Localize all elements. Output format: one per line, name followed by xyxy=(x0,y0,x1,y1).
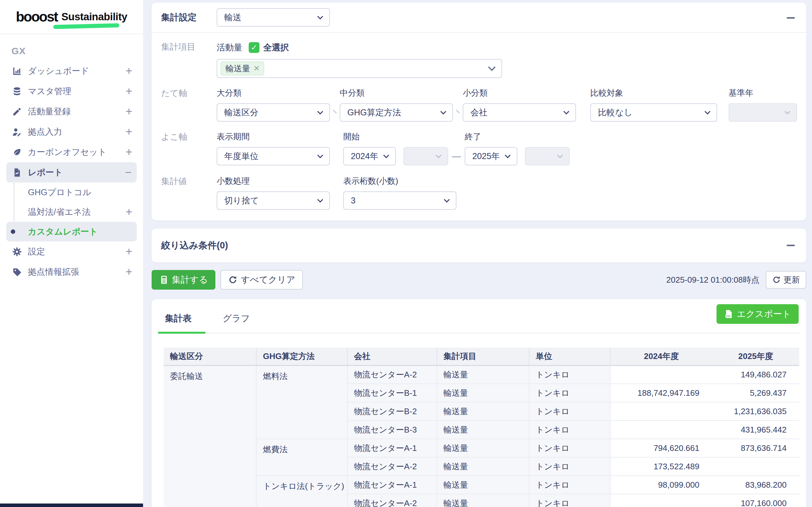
select-value: 輸送区分 xyxy=(224,107,258,118)
header-transport-category: 輸送区分 xyxy=(164,348,256,365)
active-tab-underline xyxy=(158,332,206,334)
sidebar-subitem-custom-report[interactable]: カスタムレポート xyxy=(6,222,137,241)
active-bullet-icon xyxy=(11,229,15,234)
collapse-panel-icon[interactable] xyxy=(786,241,796,250)
start-year-select[interactable]: 2024年 xyxy=(343,147,396,165)
header-fy2024: 2024年度 xyxy=(610,348,712,365)
digits-select[interactable]: 3 xyxy=(343,191,456,210)
logo-underline xyxy=(53,23,119,29)
sidebar-item-carbon-offset[interactable]: カーボンオフセット + xyxy=(0,142,143,162)
sidebar-item-site-input[interactable]: 拠点入力 + xyxy=(0,122,143,142)
expand-plus-icon[interactable]: + xyxy=(125,147,132,158)
user-edit-icon xyxy=(11,126,22,137)
refresh-button[interactable]: 更新 xyxy=(766,271,806,289)
sidebar-item-label: ダッシュボード xyxy=(28,65,125,77)
cell-aggregation-item: 輸送量 xyxy=(437,420,529,439)
middle-category-label: 中分類 xyxy=(340,88,453,99)
filter-conditions-panel: 絞り込み条件(0) xyxy=(152,228,806,262)
cell-fy2024-value: 188,742,947.169 xyxy=(610,384,712,402)
collapse-minus-icon[interactable]: − xyxy=(125,167,132,178)
cell-ghg-method: 燃費法 xyxy=(256,439,347,475)
expand-plus-icon[interactable]: + xyxy=(125,206,132,218)
sidebar-item-label: 活動量登録 xyxy=(28,106,125,117)
cell-company: 物流センターA-2 xyxy=(347,494,437,507)
cell-unit: トンキロ xyxy=(529,384,610,402)
rounding-select[interactable]: 切り捨て xyxy=(217,191,330,210)
header-ghg-method: GHG算定方法 xyxy=(256,348,347,365)
cell-fy2025-value: 107,160.000 xyxy=(712,494,799,507)
major-category-select[interactable]: 輸送区分 xyxy=(217,103,330,122)
cell-fy2024-value: 173,522.489 xyxy=(610,457,712,475)
expand-plus-icon[interactable]: + xyxy=(125,266,132,278)
select-all-checkbox[interactable]: ✓ xyxy=(249,42,259,53)
cell-company: 物流センターA-2 xyxy=(347,365,437,384)
aggregation-setting-select[interactable]: 輸送 xyxy=(217,8,330,26)
range-dash: — xyxy=(452,147,461,165)
select-value: 会社 xyxy=(470,107,488,118)
expand-plus-icon[interactable]: + xyxy=(125,65,132,77)
activity-items-multiselect[interactable]: 輸送量 ✕ xyxy=(217,59,502,78)
comparison-select[interactable]: 比較なし xyxy=(590,103,717,122)
expand-plus-icon[interactable]: + xyxy=(125,106,132,117)
start-label: 開始 xyxy=(343,131,396,142)
digits-label: 表示桁数(小数) xyxy=(343,176,456,187)
table-row: 燃費法 物流センターA-1 輸送量 トンキロ 794,620.661 873,6… xyxy=(164,439,799,457)
aggregation-settings-panel: 集計設定 輸送 集計項目 活動量 ✓ 全選択 輸送量 ✕ xyxy=(152,3,806,221)
sidebar-item-master[interactable]: マスタ管理 + xyxy=(0,81,143,101)
chevron-down-icon xyxy=(705,109,710,114)
sidebar-subitem-onta-law[interactable]: 温対法/省エネ法 + xyxy=(0,202,143,222)
chevron-down-icon xyxy=(488,63,496,71)
sidebar-item-settings[interactable]: 設定 + xyxy=(0,241,143,262)
minor-category-select[interactable]: 会社 xyxy=(463,103,576,122)
cell-ghg-method: トンキロ法(トラック) xyxy=(256,475,347,507)
chevron-down-icon xyxy=(317,153,323,158)
aggregate-button[interactable]: 集計する xyxy=(152,270,215,290)
chevron-down-icon xyxy=(505,153,510,158)
chevron-down-icon xyxy=(557,153,563,158)
tab-graph[interactable]: グラフ xyxy=(221,307,251,333)
select-value: 切り捨て xyxy=(224,195,259,206)
tab-summary-table[interactable]: 集計表 xyxy=(164,307,193,333)
export-button[interactable]: CSV エクスポート xyxy=(716,304,799,324)
cell-unit: トンキロ xyxy=(529,365,610,384)
sidebar-footer-bar xyxy=(0,504,143,507)
expand-plus-icon[interactable]: + xyxy=(125,86,132,97)
sidebar-subitem-ghg-protocol[interactable]: GHGプロトコル xyxy=(0,182,143,202)
sidebar-item-activity[interactable]: 活動量登録 + xyxy=(0,101,143,122)
chip-remove-icon[interactable]: ✕ xyxy=(253,64,260,73)
logo: booost Sustainability xyxy=(0,0,143,34)
sidebar-item-dashboard[interactable]: ダッシュボード + xyxy=(0,61,143,81)
sidebar-subitem-label: カスタムレポート xyxy=(28,226,132,237)
report-submenu: GHGプロトコル 温対法/省エネ法 + カスタムレポート xyxy=(0,182,143,241)
select-value: 年度単位 xyxy=(224,151,258,162)
refresh-icon xyxy=(772,275,781,284)
period-unit-select[interactable]: 年度単位 xyxy=(217,147,330,165)
sidebar-item-report[interactable]: レポート − xyxy=(6,162,137,182)
expand-plus-icon[interactable]: + xyxy=(125,246,132,257)
chevron-right-icon xyxy=(456,110,460,113)
collapse-panel-icon[interactable] xyxy=(786,13,796,22)
sidebar-item-label: マスタ管理 xyxy=(28,86,125,97)
cell-aggregation-item: 輸送量 xyxy=(437,384,529,402)
end-year-select[interactable]: 2025年 xyxy=(465,147,517,165)
chevron-down-icon xyxy=(317,197,323,203)
aggregation-value-label: 集計値 xyxy=(161,176,217,210)
clear-all-button[interactable]: すべてクリア xyxy=(220,270,303,290)
sidebar-item-site-info-extension[interactable]: 拠点情報拡張 + xyxy=(0,262,143,282)
last-updated-timestamp: 2025-09-12 01:00:08時点 xyxy=(666,274,759,285)
logo-booost-text: booost xyxy=(16,9,58,25)
header-aggregation-item: 集計項目 xyxy=(437,348,529,365)
chevron-down-icon xyxy=(383,153,389,158)
cell-fy2025-value: 1,231,636.035 xyxy=(712,402,799,420)
expand-plus-icon[interactable]: + xyxy=(125,126,132,137)
results-panel: 集計表 グラフ CSV エクスポート 輸送区分 GHG算定方法 会社 集計項目 … xyxy=(152,299,806,507)
header-fy2025: 2025年度 xyxy=(712,348,799,365)
svg-text:CSV: CSV xyxy=(726,315,730,317)
report-icon xyxy=(11,167,22,178)
sidebar-section-label: GX xyxy=(11,46,143,56)
start-sub-period-select xyxy=(403,147,448,165)
logo-product-text: Sustainability xyxy=(61,11,128,23)
select-all-label: 全選択 xyxy=(263,42,289,53)
middle-category-select[interactable]: GHG算定方法 xyxy=(340,103,453,122)
base-year-select xyxy=(728,103,797,122)
